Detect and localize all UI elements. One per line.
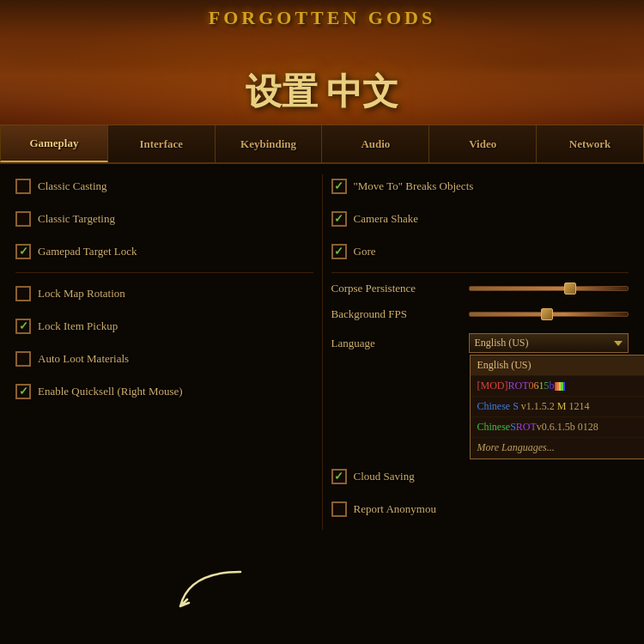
tab-keybinding[interactable]: Keybinding [216,125,323,162]
gore-row: Gore [331,240,629,264]
auto-loot-materials-checkbox[interactable] [15,351,31,367]
lock-item-pickup-checkbox[interactable] [15,319,31,334]
language-select[interactable]: English (US) English (US) [MOD]ROT0615b … [469,333,629,353]
lang-option-chinese-srot[interactable]: ChineseSROTv0.6.1.5b 0128 [471,417,645,438]
lock-map-rotation-checkbox[interactable] [15,286,31,301]
arrow-annotation [172,563,258,627]
tab-gameplay[interactable]: Gameplay [0,125,108,162]
settings-title: 设置 中文 [0,68,644,116]
language-row: Language English (US) English (US) [MOD]… [331,333,629,353]
move-to-breaks-checkbox[interactable] [331,179,347,194]
move-to-breaks-row: "Move To" Breaks Objects [331,174,629,198]
enable-quicksell-label: Enable Quicksell (Right Mouse) [38,385,183,398]
report-anon-row: Report Anonymou [331,497,629,521]
report-anon-label: Report Anonymou [354,502,436,516]
lock-item-pickup-label: Lock Item Pickup [38,319,118,333]
language-label: Language [331,337,469,350]
lang-option-mod-rot[interactable]: [MOD]ROT0615b [471,376,645,397]
language-dropdown-arrow [614,341,623,346]
tab-network[interactable]: Network [537,125,644,162]
separator-1 [15,272,313,273]
cloud-saving-row: Cloud Saving [331,465,629,489]
move-to-breaks-label: "Move To" Breaks Objects [354,179,474,193]
classic-targeting-label: Classic Targeting [38,212,115,226]
report-anon-checkbox[interactable] [331,501,347,517]
tab-video[interactable]: Video [429,125,537,162]
nav-tabs: Gameplay Interface Keybinding Audio Vide… [0,125,644,164]
camera-shake-label: Camera Shake [354,212,418,226]
gore-label: Gore [354,245,376,258]
classic-casting-row: Classic Casting [15,174,313,198]
cloud-saving-checkbox[interactable] [331,469,347,484]
lang-option-more-languages[interactable]: More Languages... [471,438,645,459]
game-header: FORGOTTEN GODS 设置 中文 [0,0,644,125]
tab-audio[interactable]: Audio [322,125,429,162]
cloud-saving-label: Cloud Saving [354,470,415,483]
corpse-persistence-handle[interactable] [564,283,576,295]
language-selected-value: English (US) [475,337,529,349]
gamepad-target-lock-row: Gamepad Target Lock [15,240,313,264]
classic-targeting-checkbox[interactable] [15,211,31,227]
settings-left-col: Classic Casting Classic Targeting Gamepa… [7,174,323,530]
enable-quicksell-row: Enable Quicksell (Right Mouse) [15,380,313,404]
classic-casting-label: Classic Casting [38,179,107,193]
arrow-svg [172,563,258,623]
settings-right-col: "Move To" Breaks Objects Camera Shake Go… [323,174,638,530]
settings-panel: Classic Casting Classic Targeting Gamepa… [0,164,644,644]
gamepad-target-lock-checkbox[interactable] [15,244,31,259]
lang-option-english-us[interactable]: English (US) [471,355,645,376]
background-fps-handle[interactable] [541,308,553,320]
gore-checkbox[interactable] [331,244,347,259]
enable-quicksell-checkbox[interactable] [15,384,31,399]
camera-shake-row: Camera Shake [331,207,629,231]
lang-option-chinese-s[interactable]: Chinese S v1.1.5.2 M 1214 [471,397,645,417]
lock-map-rotation-row: Lock Map Rotation [15,282,313,306]
corpse-persistence-slider[interactable] [469,286,629,291]
background-fps-row: Background FPS [331,307,629,321]
separator-2 [331,272,629,273]
auto-loot-materials-label: Auto Loot Materials [38,352,129,366]
settings-columns: Classic Casting Classic Targeting Gamepa… [7,174,637,530]
lock-map-rotation-label: Lock Map Rotation [38,287,125,301]
camera-shake-checkbox[interactable] [331,211,347,227]
background-fps-label: Background FPS [331,307,469,321]
auto-loot-materials-row: Auto Loot Materials [15,347,313,371]
classic-targeting-row: Classic Targeting [15,207,313,231]
classic-casting-checkbox[interactable] [15,179,31,194]
game-title: FORGOTTEN GODS [0,7,644,29]
lock-item-pickup-row: Lock Item Pickup [15,314,313,338]
background-fps-slider[interactable] [469,312,629,317]
gamepad-target-lock-label: Gamepad Target Lock [38,245,137,258]
language-dropdown: English (US) [MOD]ROT0615b Chinese S v1.… [470,355,645,459]
tab-interface[interactable]: Interface [108,125,216,162]
corpse-persistence-row: Corpse Persistence [331,282,629,295]
corpse-persistence-label: Corpse Persistence [331,282,469,295]
